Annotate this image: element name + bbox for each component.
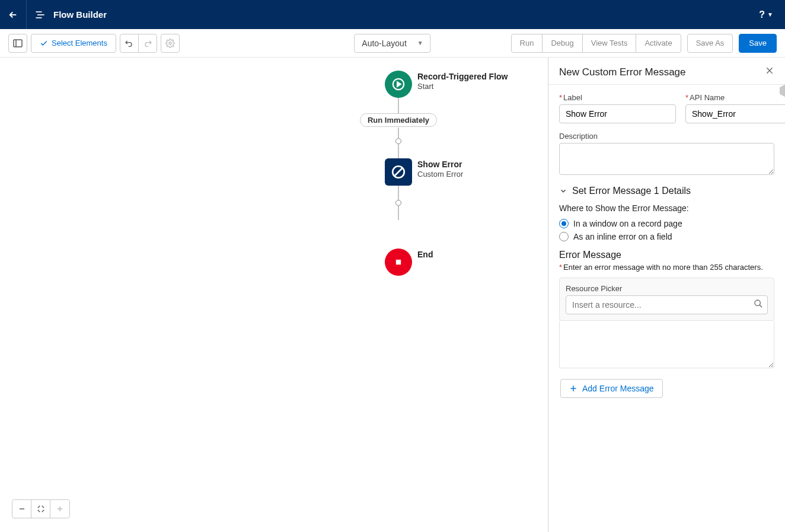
end-node-title: End <box>417 250 433 259</box>
resource-picker-label: Resource Picker <box>566 284 768 293</box>
view-tests-button[interactable]: View Tests <box>582 34 637 53</box>
start-node-subtitle: Start <box>417 82 508 91</box>
zoom-fit-button[interactable] <box>31 500 50 518</box>
help-button[interactable]: ? ▼ <box>759 9 773 20</box>
run-button[interactable]: Run <box>511 34 543 53</box>
error-node-subtitle: Custom Error <box>417 170 463 179</box>
radio-icon <box>559 219 569 228</box>
description-field[interactable] <box>559 143 774 175</box>
redo-icon <box>143 39 152 48</box>
help-icon: ? <box>759 9 765 20</box>
connector <box>398 98 399 113</box>
resource-picker-input[interactable] <box>566 295 768 314</box>
search-icon <box>754 299 763 311</box>
error-node[interactable]: Show Error Custom Error <box>280 158 517 187</box>
gear-icon <box>165 39 175 48</box>
play-icon <box>392 78 405 91</box>
flow-canvas[interactable]: Record-Triggered Flow Start Run Immediat… <box>0 58 548 532</box>
undo-button[interactable] <box>120 34 139 53</box>
error-details-section-header[interactable]: Set Error Message 1 Details <box>548 186 785 203</box>
api-name-field[interactable] <box>685 104 785 123</box>
undo-redo-group <box>120 34 157 53</box>
auto-layout-label: Auto-Layout <box>362 39 407 48</box>
start-node[interactable]: Record-Triggered Flow Start <box>280 71 517 99</box>
main-content: Record-Triggered Flow Start Run Immediat… <box>0 58 785 532</box>
debug-button[interactable]: Debug <box>542 34 582 53</box>
redo-button[interactable] <box>138 34 157 53</box>
panel-title: New Custom Error Message <box>559 66 686 78</box>
chevron-down-icon <box>559 187 567 195</box>
app-header: Flow Builder ? ▼ <box>0 0 785 29</box>
flow-column: Record-Triggered Flow Start Run Immediat… <box>280 71 517 156</box>
connector <box>398 206 399 220</box>
select-elements-button[interactable]: Select Elements <box>31 34 116 53</box>
select-icon <box>40 39 48 47</box>
add-error-message-label: Add Error Message <box>582 384 654 393</box>
add-error-message-button[interactable]: Add Error Message <box>560 379 663 398</box>
save-as-button[interactable]: Save As <box>687 34 733 53</box>
description-field-label: Description <box>559 132 774 141</box>
plus-icon <box>56 505 64 513</box>
error-node-icon <box>385 158 412 186</box>
end-node[interactable]: End <box>280 249 517 277</box>
zoom-out-button[interactable] <box>12 500 31 518</box>
close-panel-button[interactable] <box>765 66 774 78</box>
radio-icon <box>559 232 569 241</box>
radio-window[interactable]: In a window on a record page <box>559 219 774 228</box>
undo-icon <box>125 39 134 48</box>
svg-rect-0 <box>14 40 22 47</box>
stop-icon <box>392 256 404 268</box>
radio-window-label: In a window on a record page <box>573 219 682 228</box>
connector <box>398 144 399 158</box>
svg-marker-4 <box>397 82 401 86</box>
chevron-down-icon: ▼ <box>417 40 423 46</box>
zoom-controls <box>12 499 70 518</box>
error-node-title: Show Error <box>417 160 463 169</box>
properties-panel: New Custom Error Message *Label *API Nam… <box>548 58 785 532</box>
close-icon <box>765 66 774 75</box>
radio-inline[interactable]: As an inline error on a field <box>559 232 774 241</box>
run-immediately-pill[interactable]: Run Immediately <box>360 113 437 127</box>
minus-icon <box>18 505 26 513</box>
radio-inline-label: As an inline error on a field <box>573 232 672 241</box>
fit-icon <box>37 505 45 513</box>
label-field-label: *Label <box>559 93 676 102</box>
svg-point-13 <box>755 300 760 305</box>
activate-button[interactable]: Activate <box>636 34 681 53</box>
save-button[interactable]: Save <box>739 34 777 53</box>
svg-rect-7 <box>396 260 401 265</box>
add-element-dot[interactable] <box>395 200 401 206</box>
error-message-help: *Enter an error message with no more tha… <box>548 263 785 278</box>
prohibit-icon <box>391 164 406 180</box>
flow-icon <box>27 0 53 29</box>
error-message-body[interactable] <box>559 321 774 368</box>
settings-button[interactable] <box>161 34 180 53</box>
app-title: Flow Builder <box>53 9 107 20</box>
api-name-field-label: *API Name <box>685 93 785 102</box>
action-group: Run Debug View Tests Activate <box>511 34 681 53</box>
add-element-dot[interactable] <box>395 138 401 144</box>
start-node-icon <box>385 71 412 98</box>
panel-icon <box>13 39 23 47</box>
where-radio-group: In a window on a record page As an inlin… <box>548 219 785 250</box>
toggle-sidebar-button[interactable] <box>8 34 27 53</box>
label-field[interactable] <box>559 104 676 123</box>
error-message-header: Error Message <box>548 250 785 263</box>
select-elements-label: Select Elements <box>52 39 107 47</box>
connector <box>398 186 399 200</box>
auto-layout-button[interactable]: Auto-Layout ▼ <box>354 34 430 53</box>
svg-point-2 <box>169 42 171 44</box>
end-node-icon <box>385 249 412 276</box>
back-button[interactable] <box>0 0 27 29</box>
arrow-left-icon <box>8 9 18 20</box>
where-to-show-label: Where to Show the Error Message: <box>548 203 785 219</box>
plus-icon <box>569 384 577 393</box>
svg-line-6 <box>395 168 403 176</box>
resource-picker-box: Resource Picker <box>559 278 774 321</box>
chevron-down-icon: ▼ <box>767 11 773 18</box>
toolbar: Select Elements Auto-Layout ▼ Run Debug … <box>0 29 785 58</box>
zoom-in-button[interactable] <box>50 500 69 518</box>
connector <box>398 128 399 138</box>
start-node-title: Record-Triggered Flow <box>417 72 508 81</box>
section-header-label: Set Error Message 1 Details <box>572 186 691 196</box>
